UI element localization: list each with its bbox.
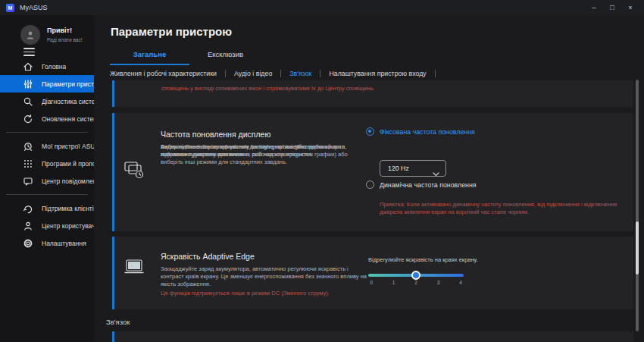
sidebar-item-notification-center[interactable]: Центр повідомлень	[0, 172, 94, 190]
brightness-slider-ticks: 0 1 2 3 4	[368, 280, 464, 285]
brightness-slider-label: Відрегулюйте яскравість на краях екрану.	[368, 256, 478, 263]
tick-label: 1	[391, 280, 397, 285]
greeting-text: Привіт!	[47, 27, 72, 34]
refresh-rate-title: Частота поновлення дисплею	[161, 130, 270, 139]
sidebar-divider	[6, 132, 88, 133]
fixed-refresh-label[interactable]: Фіксована частота поновлення	[380, 128, 475, 136]
myasus-logo-icon: M	[6, 4, 14, 12]
sidebar-item-home[interactable]: Головна	[0, 58, 94, 75]
sidebar-item-label: Мої пристрої ASUS	[42, 143, 94, 150]
subtab-audio-video[interactable]: Аудіо і відео	[226, 70, 280, 77]
diagnostics-icon	[23, 96, 33, 107]
sidebar-item-label: Параметри пристрою	[42, 80, 94, 88]
sidebar-item-label: Діагностика системи	[42, 98, 94, 105]
person-icon	[25, 30, 36, 40]
sidebar-nav: Головна Параметри пристрою Діагностика с…	[0, 58, 94, 252]
maximize-button[interactable]: □	[603, 4, 621, 11]
sidebar-item-label: Підтримка клієнтів	[42, 205, 94, 212]
sidebar-item-customer-support[interactable]: Підтримка клієнтів	[0, 199, 94, 217]
dynamic-refresh-note: Примітка: Коли активовано динамічну част…	[380, 201, 633, 216]
support-icon	[23, 203, 33, 214]
tab-exclusive[interactable]: Ексклюзив	[208, 50, 243, 58]
sidebar-item-label: Центр повідомлень	[42, 177, 94, 185]
tab-label: Ексклюзив	[208, 50, 243, 58]
connectivity-card	[112, 331, 633, 342]
message-icon	[23, 176, 33, 187]
sidebar-item-system-diagnostics[interactable]: Діагностика системи	[0, 93, 94, 110]
main-content: Параметри пристрою Загальне Ексклюзив Жи…	[94, 15, 644, 342]
subtab-input-device[interactable]: Налаштування пристрою входу	[320, 70, 434, 77]
hamburger-menu-icon[interactable]	[23, 48, 35, 56]
page-title: Параметри пристрою	[111, 25, 232, 38]
apps-grid-icon	[23, 158, 33, 169]
sliders-icon	[23, 79, 33, 89]
laptop-icon	[123, 258, 145, 279]
myasus-window: M MyASUS – □ × Привіт! Раді вітати вас!	[0, 0, 644, 342]
subtab-connectivity[interactable]: Зв'язок	[281, 70, 320, 77]
dynamic-refresh-radio[interactable]	[366, 180, 374, 189]
subgreeting-text: Раді вітати вас!	[47, 37, 83, 42]
sidebar-divider	[6, 194, 88, 195]
tick-label: 4	[458, 280, 464, 285]
update-icon	[23, 114, 33, 124]
notification-settings-card: сповіщень у вигляді спливаючих вікон і с…	[112, 80, 633, 107]
minimize-button[interactable]: –	[585, 4, 603, 11]
user-profile[interactable]: Привіт! Раді вітати вас!	[0, 21, 94, 56]
dynamic-refresh-description: Автоматично встановлює частоту поновленн…	[161, 143, 367, 158]
devices-icon	[23, 141, 33, 152]
sidebar: Привіт! Раді вітати вас! Головна Парамет…	[0, 15, 94, 342]
app-title: MyASUS	[20, 4, 48, 11]
chevron-down-icon	[433, 166, 439, 180]
fixed-refresh-radio[interactable]	[366, 127, 374, 136]
refresh-rate-value: 120 Hz	[388, 165, 409, 172]
refresh-rate-dropdown[interactable]: 120 Hz	[380, 160, 446, 177]
close-button[interactable]: ×	[621, 4, 639, 11]
connectivity-section-header: Зв'язок	[106, 318, 130, 326]
notification-note-text: сповіщень у вигляді спливаючих вікон і с…	[161, 85, 525, 93]
sidebar-item-device-settings[interactable]: Параметри пристрою	[0, 75, 94, 93]
titlebar: M MyASUS – □ ×	[0, 0, 644, 15]
sidebar-item-apps-offers[interactable]: Програми й пропозиції від...	[0, 155, 94, 172]
tab-general[interactable]: Загальне	[110, 50, 189, 65]
subtab-power-performance[interactable]: Живлення і робочі характеристики	[110, 70, 225, 77]
sidebar-item-system-update[interactable]: Оновлення системи	[0, 110, 94, 127]
avatar[interactable]	[20, 25, 40, 45]
adaptive-edge-title: Яскравість Adaptive Edge	[161, 252, 255, 261]
sidebar-item-label: Оновлення системи	[42, 115, 94, 123]
refresh-rate-card: Частота поновлення дисплею Задля підсиле…	[112, 113, 633, 231]
sidebar-item-label: Центр користувачів	[42, 222, 94, 230]
scrollbar-thumb[interactable]	[636, 221, 639, 275]
gear-icon	[23, 238, 33, 249]
user-icon	[23, 221, 33, 231]
sidebar-item-user-center[interactable]: Центр користувачів	[0, 217, 94, 234]
sidebar-item-label: Головна	[42, 63, 66, 71]
dynamic-refresh-label[interactable]: Динамічна частота поновлення	[380, 181, 477, 189]
sidebar-item-label: Програми й пропозиції від...	[42, 160, 94, 168]
tick-label: 2	[413, 280, 419, 285]
brightness-slider-handle[interactable]	[411, 271, 420, 280]
display-refresh-icon	[123, 160, 145, 183]
scrollbar-track[interactable]	[636, 80, 639, 331]
subtab-bar: Живлення і робочі характеристики Аудіо і…	[110, 70, 436, 77]
adaptive-edge-note: Ця функція підтримується лише в режимі D…	[161, 290, 388, 297]
tick-label: 0	[368, 280, 374, 285]
adaptive-edge-description: Заощаджуйте заряд акумулятора, автоматич…	[161, 265, 371, 288]
sidebar-item-settings[interactable]: Налаштування	[0, 234, 94, 252]
adaptive-edge-card: Яскравість Adaptive Edge Заощаджуйте зар…	[112, 237, 633, 309]
sidebar-item-label: Налаштування	[42, 240, 86, 247]
sidebar-item-my-asus-devices[interactable]: Мої пристрої ASUS	[0, 137, 94, 155]
tab-label: Загальне	[133, 50, 166, 58]
subtab-separator	[435, 70, 436, 77]
home-icon	[23, 61, 33, 72]
tick-label: 3	[436, 280, 442, 285]
